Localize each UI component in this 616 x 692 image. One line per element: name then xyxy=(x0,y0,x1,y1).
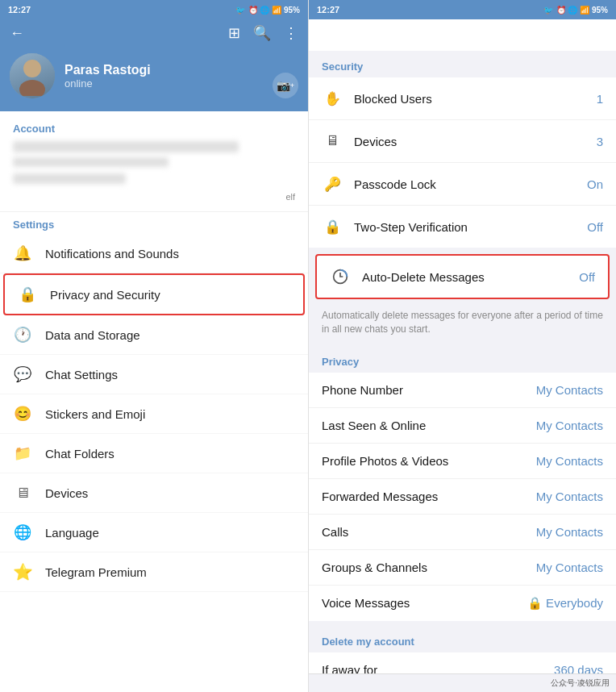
settings-item-data[interactable]: 🕐Data and Storage xyxy=(0,315,308,355)
settings-item-language[interactable]: 🌐Language xyxy=(0,513,308,552)
profile-status: online xyxy=(65,77,263,90)
security-icon-twostep: 🔒 xyxy=(322,216,343,237)
settings-label-stickers: Stickers and Emoji xyxy=(45,407,145,421)
more-icon[interactable]: ⋮ xyxy=(284,24,298,42)
edit-label: elf xyxy=(285,192,295,202)
settings-label-privacy: Privacy and Security xyxy=(50,288,160,302)
security-section: ✋Blocked Users1🖥Devices3🔑Passcode LockOn… xyxy=(309,77,616,248)
settings-item-privacy[interactable]: 🔒Privacy and Security xyxy=(3,273,305,315)
right-nav-title: Privacy and Security xyxy=(343,27,606,44)
privacy-section-label: Privacy xyxy=(309,346,616,373)
left-back-icon[interactable]: ← xyxy=(10,25,24,42)
left-panel: 12:27 🐦 ⏰ 🌐 📶 95% ← ⊞ 🔍 ⋮ xyxy=(0,0,308,692)
security-label-blocked: Blocked Users xyxy=(354,92,585,106)
svg-point-0 xyxy=(23,60,41,77)
auto-delete-description: Automatically delete messages for everyo… xyxy=(309,302,616,346)
left-status-icons: 🐦 ⏰ 🌐 📶 95% xyxy=(235,6,300,15)
settings-icon-folders: 📁 xyxy=(13,444,32,463)
settings-item-chat[interactable]: 💬Chat Settings xyxy=(0,355,308,394)
security-value-twostep: Off xyxy=(587,220,603,234)
settings-icon-devices: 🖥 xyxy=(13,483,32,502)
settings-label-chat: Chat Settings xyxy=(45,368,118,381)
right-time: 12:27 xyxy=(317,5,339,15)
privacy-label-groups: Groups & Channels xyxy=(322,561,525,574)
delete-account-item[interactable]: If away for 360 days xyxy=(309,652,616,673)
security-item-twostep[interactable]: 🔒Two-Step VerificationOff xyxy=(309,206,616,248)
security-item-devices[interactable]: 🖥Devices3 xyxy=(309,120,616,163)
search-icon[interactable]: 🔍 xyxy=(253,24,271,42)
privacy-item-groups[interactable]: Groups & ChannelsMy Contacts xyxy=(309,550,616,586)
security-icon-blocked: ✋ xyxy=(322,88,343,109)
settings-label-folders: Chat Folders xyxy=(45,447,114,461)
account-blurred-1 xyxy=(0,138,308,170)
settings-item-notifications[interactable]: 🔔Notifications and Sounds xyxy=(0,234,308,273)
security-value-passcode: On xyxy=(587,177,603,191)
auto-delete-icon xyxy=(330,266,351,287)
privacy-value-forwarded: My Contacts xyxy=(536,490,603,503)
privacy-item-phone[interactable]: Phone NumberMy Contacts xyxy=(309,373,616,408)
delete-account-label: Delete my account xyxy=(309,627,616,652)
settings-label-language: Language xyxy=(45,526,99,540)
right-nav: ← Privacy and Security xyxy=(309,19,616,51)
settings-label: Settings xyxy=(0,212,308,234)
right-status-icons: 🐦 ⏰ 🌐 📶 95% xyxy=(543,6,608,15)
security-icon-passcode: 🔑 xyxy=(322,173,343,194)
privacy-item-photos[interactable]: Profile Photos & VideosMy Contacts xyxy=(309,444,616,479)
security-item-blocked[interactable]: ✋Blocked Users1 xyxy=(309,77,616,120)
auto-delete-item[interactable]: Auto-Delete Messages Off xyxy=(315,254,610,299)
settings-item-folders[interactable]: 📁Chat Folders xyxy=(0,434,308,473)
account-label: Account xyxy=(0,118,308,138)
privacy-value-photos: My Contacts xyxy=(536,454,603,468)
qr-icon[interactable]: ⊞ xyxy=(228,24,240,42)
profile-info: Paras Rastogi online xyxy=(65,63,263,90)
settings-icon-notifications: 🔔 xyxy=(13,244,32,263)
settings-item-devices[interactable]: 🖥Devices xyxy=(0,473,308,513)
right-panel: 12:27 🐦 ⏰ 🌐 📶 95% ← Privacy and Security… xyxy=(308,0,616,692)
svg-point-1 xyxy=(19,80,45,96)
privacy-label-phone: Phone Number xyxy=(322,383,525,397)
avatar-image xyxy=(10,53,55,98)
privacy-value-lastseen: My Contacts xyxy=(536,419,603,432)
settings-icon-stickers: 😊 xyxy=(13,404,32,423)
account-blurred-2 xyxy=(0,170,308,190)
privacy-label-photos: Profile Photos & Videos xyxy=(322,454,525,468)
settings-label-notifications: Notifications and Sounds xyxy=(45,247,179,261)
camera-button[interactable]: 📷+ xyxy=(273,73,298,98)
privacy-value-phone: My Contacts xyxy=(536,383,603,397)
privacy-label-calls: Calls xyxy=(322,525,525,539)
profile-name: Paras Rastogi xyxy=(65,63,263,77)
auto-delete-value: Off xyxy=(579,270,595,284)
settings-item-premium[interactable]: ⭐Telegram Premium xyxy=(0,552,308,592)
privacy-item-voice[interactable]: Voice Messages🔒 Everybody xyxy=(309,586,616,621)
settings-label-premium: Telegram Premium xyxy=(45,565,147,579)
privacy-item-forwarded[interactable]: Forwarded MessagesMy Contacts xyxy=(309,479,616,515)
profile-section: Paras Rastogi online 📷+ xyxy=(0,47,308,111)
privacy-item-lastseen[interactable]: Last Seen & OnlineMy Contacts xyxy=(309,408,616,444)
security-item-passcode[interactable]: 🔑Passcode LockOn xyxy=(309,163,616,206)
settings-icon-premium: ⭐ xyxy=(13,562,32,582)
settings-icon-data: 🕐 xyxy=(13,325,32,344)
settings-list: 🔔Notifications and Sounds🔒Privacy and Se… xyxy=(0,234,308,692)
security-label-twostep: Two-Step Verification xyxy=(354,220,576,234)
right-content: Security ✋Blocked Users1🖥Devices3🔑Passco… xyxy=(309,51,616,673)
privacy-item-calls[interactable]: CallsMy Contacts xyxy=(309,515,616,550)
account-section: Account elf xyxy=(0,111,308,212)
privacy-label-voice: Voice Messages xyxy=(322,596,516,610)
delete-account-item-value: 360 days xyxy=(554,663,603,673)
avatar-silhouette xyxy=(16,56,48,96)
left-time: 12:27 xyxy=(8,5,31,15)
left-nav: ← ⊞ 🔍 ⋮ xyxy=(0,19,308,47)
privacy-value-groups: My Contacts xyxy=(536,561,603,574)
privacy-label-forwarded: Forwarded Messages xyxy=(322,490,525,503)
right-status-bar: 12:27 🐦 ⏰ 🌐 📶 95% xyxy=(309,0,616,19)
privacy-value-voice: 🔒 Everybody xyxy=(527,596,603,611)
auto-delete-label: Auto-Delete Messages xyxy=(362,270,568,284)
security-label-passcode: Passcode Lock xyxy=(354,177,576,191)
security-icon-devices: 🖥 xyxy=(322,131,343,152)
settings-label-devices: Devices xyxy=(45,486,88,500)
avatar xyxy=(10,53,55,98)
right-back-icon[interactable]: ← xyxy=(318,26,335,44)
wechat-watermark: 公众号·凌锐应用 xyxy=(309,673,616,692)
settings-icon-language: 🌐 xyxy=(13,523,32,542)
settings-item-stickers[interactable]: 😊Stickers and Emoji xyxy=(0,394,308,434)
